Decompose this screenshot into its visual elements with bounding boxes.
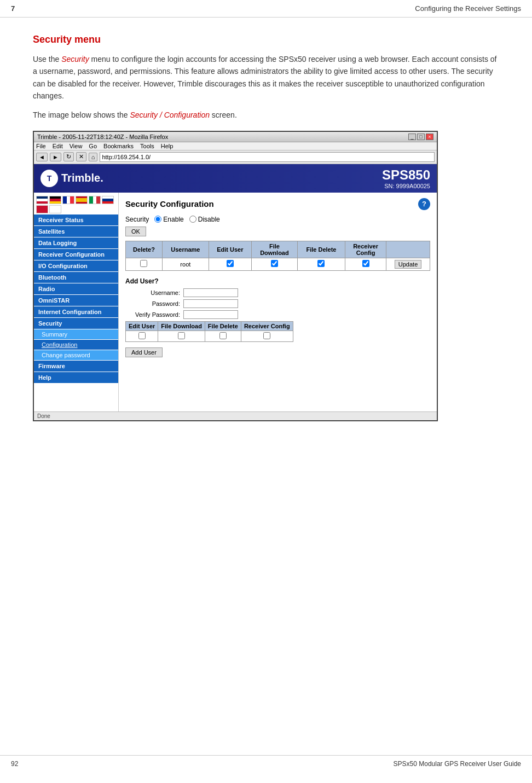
sidebar-item-firmware[interactable]: Firmware: [34, 361, 118, 372]
chapter-number: 7: [11, 4, 15, 13]
add-user-title: Add User?: [125, 277, 430, 285]
sidebar-subitem-change-password[interactable]: Change password: [34, 350, 118, 361]
add-user-button[interactable]: Add User: [125, 347, 163, 357]
sidebar-item-bluetooth[interactable]: Bluetooth: [34, 272, 118, 283]
update-button[interactable]: Update: [395, 260, 421, 269]
menu-go[interactable]: Go: [89, 143, 97, 149]
password-input[interactable]: [183, 299, 238, 308]
flag-it[interactable]: [89, 196, 101, 204]
verify-password-field-row: Verify Password:: [125, 310, 430, 319]
cell-receiver-config: [345, 258, 386, 270]
sidebar-item-receiver-status[interactable]: Receiver Status: [34, 214, 118, 226]
flag-de[interactable]: [49, 196, 61, 204]
trimble-logo-icon: T: [41, 170, 58, 187]
col-action: [386, 241, 430, 258]
stop-button[interactable]: ✕: [76, 152, 86, 161]
sidebar: Receiver Status Satellites Data Logging …: [34, 193, 119, 411]
username-field-row: Username:: [125, 288, 430, 297]
flag-es[interactable]: [76, 196, 88, 204]
col-file-delete: File Delete: [297, 241, 345, 258]
perm-edit-user: [126, 330, 158, 341]
permissions-table: Edit User File Download File Delete Rece…: [125, 321, 293, 342]
col-username: Username: [162, 241, 209, 258]
menu-tools[interactable]: Tools: [140, 143, 154, 149]
flag-fr[interactable]: [62, 196, 74, 204]
disable-radio[interactable]: [189, 216, 196, 223]
chapter-title: Configuring the Receiver Settings: [415, 4, 521, 13]
sidebar-subitem-summary[interactable]: Summary: [34, 329, 118, 340]
page-footer: 92 SPSx50 Modular GPS Receiver User Guid…: [0, 755, 532, 772]
cell-file-delete: [297, 258, 345, 270]
file-download-checkbox[interactable]: [271, 260, 278, 267]
sidebar-item-io-configuration[interactable]: I/O Configuration: [34, 260, 118, 272]
new-edit-checkbox[interactable]: [138, 332, 146, 339]
add-user-section: Add User? Username: Password: Verify Pas…: [125, 277, 430, 357]
receiver-config-checkbox[interactable]: [362, 260, 369, 267]
close-button[interactable]: ×: [426, 134, 433, 140]
sidebar-item-omnistar[interactable]: OmniSTAR: [34, 295, 118, 306]
browser-titlebar: Trimble - 2005-11-22T18:12:40Z - Mozilla…: [34, 132, 437, 142]
perm-col-file-delete: File Delete: [205, 321, 241, 330]
ok-button[interactable]: OK: [125, 227, 146, 236]
sidebar-item-security[interactable]: Security: [34, 318, 118, 329]
home-button[interactable]: ⌂: [89, 153, 98, 161]
new-file-delete-checkbox[interactable]: [219, 332, 227, 339]
perm-col-file-download: File Download: [158, 321, 205, 330]
back-button[interactable]: ◄: [36, 153, 48, 161]
new-file-download-checkbox[interactable]: [178, 332, 185, 339]
security-toggle-row: Security Enable Disable: [125, 216, 430, 223]
footer-book-title: SPSx50 Modular GPS Receiver User Guide: [394, 760, 521, 768]
sidebar-item-radio[interactable]: Radio: [34, 283, 118, 295]
menu-bookmarks[interactable]: Bookmarks: [103, 143, 134, 149]
sidebar-item-data-logging[interactable]: Data Logging: [34, 237, 118, 249]
enable-radio-label: Enable: [154, 216, 183, 223]
verify-label: Verify Password:: [125, 311, 180, 318]
col-delete: Delete?: [126, 241, 163, 258]
new-receiver-config-checkbox[interactable]: [263, 332, 270, 339]
main-panel: Security Configuration ? Security Enable…: [119, 193, 437, 411]
minimize-button[interactable]: _: [408, 134, 416, 140]
file-delete-checkbox[interactable]: [317, 260, 325, 267]
browser-screenshot: Trimble - 2005-11-22T18:12:40Z - Mozilla…: [33, 131, 438, 421]
forward-button[interactable]: ►: [50, 153, 61, 161]
footer-page-num: 92: [11, 760, 18, 768]
page-header: 7 Configuring the Receiver Settings: [0, 0, 532, 18]
delete-checkbox[interactable]: [140, 260, 147, 267]
flag-cn[interactable]: [36, 205, 48, 213]
security-italic-1: Security: [61, 55, 89, 63]
username-input[interactable]: [183, 288, 238, 297]
verify-password-input[interactable]: [183, 310, 238, 319]
status-text: Done: [37, 413, 50, 419]
col-edit-user: Edit User: [209, 241, 251, 258]
col-receiver-config: ReceiverConfig: [345, 241, 386, 258]
language-flags: [34, 193, 118, 214]
trimble-logo-label: Trimble.: [61, 172, 103, 184]
body-paragraph-2: The image below shows the Security / Con…: [33, 109, 499, 121]
sidebar-item-satellites[interactable]: Satellites: [34, 226, 118, 237]
sidebar-item-receiver-configuration[interactable]: Receiver Configuration: [34, 249, 118, 260]
edit-checkbox[interactable]: [227, 260, 234, 267]
menu-edit[interactable]: Edit: [53, 143, 63, 149]
sidebar-item-internet-configuration[interactable]: Internet Configuration: [34, 306, 118, 318]
browser-toolbar: ◄ ► ↻ ✕ ⌂: [34, 150, 437, 164]
flag-ru[interactable]: [102, 196, 114, 204]
password-field-row: Password:: [125, 299, 430, 308]
perm-file-delete: [205, 330, 241, 341]
address-bar[interactable]: [100, 152, 435, 162]
menu-file[interactable]: File: [36, 143, 46, 149]
flag-jp[interactable]: [49, 205, 61, 213]
users-table: Delete? Username Edit User FileDownload …: [125, 241, 430, 271]
menu-help[interactable]: Help: [161, 143, 174, 149]
maximize-button[interactable]: □: [417, 134, 425, 140]
browser-menubar: File Edit View Go Bookmarks Tools Help: [34, 142, 437, 150]
enable-radio[interactable]: [154, 216, 161, 223]
section-title: Security menu: [33, 34, 499, 45]
body-text-1: menu to configure the login accounts for…: [33, 55, 496, 100]
menu-view[interactable]: View: [70, 143, 83, 149]
flag-uk[interactable]: [36, 196, 48, 204]
reload-button[interactable]: ↻: [63, 152, 74, 161]
sidebar-subitem-configuration[interactable]: Configuration: [34, 340, 118, 350]
help-button[interactable]: ?: [418, 198, 430, 210]
sidebar-item-help[interactable]: Help: [34, 372, 118, 384]
username-label: Username:: [125, 289, 180, 296]
